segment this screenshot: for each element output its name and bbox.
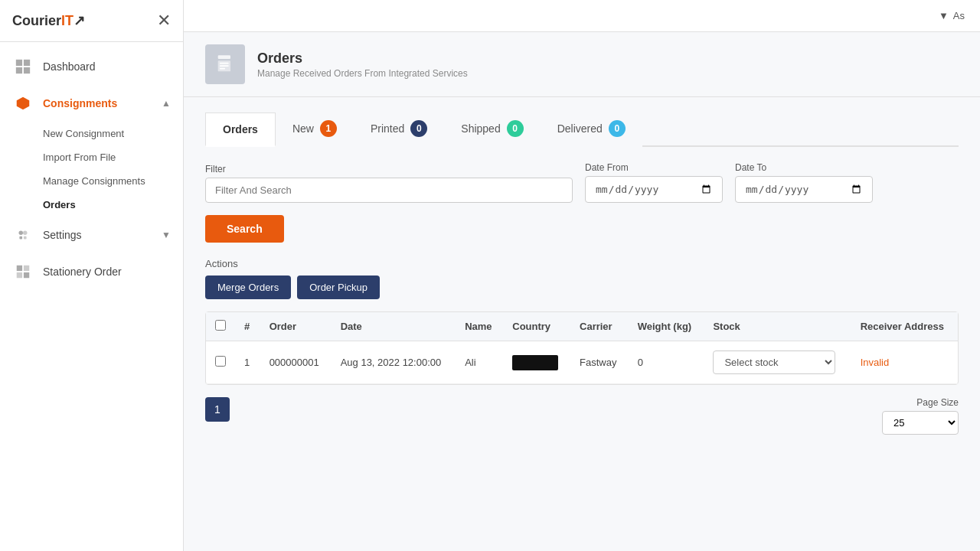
sidebar-item-consignments[interactable]: Consignments ▲ — [0, 85, 183, 122]
page-size-label: Page Size — [916, 397, 959, 408]
table-col-stock: Stock — [704, 312, 851, 341]
search-button[interactable]: Search — [205, 215, 284, 243]
row-checkbox-cell — [206, 341, 235, 384]
svg-rect-3 — [24, 67, 30, 73]
settings-icon — [12, 224, 34, 246]
page-title: Orders — [257, 51, 468, 67]
orders-table: # Order Date Name Country Carrier Weight… — [206, 312, 958, 384]
svg-rect-8 — [17, 266, 22, 271]
sidebar-item-import-from-file[interactable]: Import From File — [43, 145, 183, 169]
table-row: 1 000000001 Aug 13, 2022 12:00:00 Ali Fa… — [206, 341, 958, 384]
sidebar-item-settings-label: Settings — [43, 229, 152, 241]
page-subtitle: Manage Received Orders From Integrated S… — [257, 68, 468, 79]
page-header: Orders Manage Received Orders From Integ… — [184, 32, 980, 97]
sidebar-item-orders[interactable]: Orders — [43, 193, 183, 217]
sidebar-item-settings[interactable]: Settings ▼ — [0, 217, 183, 253]
page-header-text: Orders Manage Received Orders From Integ… — [257, 51, 468, 79]
pagination-area: 1 Page Size 25 50 100 — [205, 397, 959, 435]
table-col-receiver: Receiver Address — [851, 312, 958, 341]
svg-rect-9 — [24, 266, 29, 271]
date-to-input[interactable] — [735, 176, 873, 203]
svg-rect-16 — [220, 68, 225, 70]
topbar: ▼ As — [184, 0, 980, 32]
content-area: Orders New 1 Printed 0 Shipped 0 Deliver… — [184, 97, 980, 551]
tab-delivered[interactable]: Delivered 0 — [541, 112, 642, 147]
select-all-checkbox[interactable] — [215, 320, 226, 331]
chevron-down-icon: ▼ — [162, 230, 171, 240]
svg-rect-0 — [16, 60, 22, 66]
tab-orders[interactable]: Orders — [205, 112, 276, 147]
tab-new[interactable]: New 1 — [276, 112, 354, 147]
svg-rect-1 — [24, 60, 30, 66]
row-date: Aug 13, 2022 12:00:00 — [332, 341, 456, 384]
filter-input[interactable] — [205, 178, 573, 203]
actions-label: Actions — [205, 258, 959, 269]
sidebar-logo: CourierIT↗ ✕ — [0, 0, 183, 42]
sidebar-item-dashboard[interactable]: Dashboard — [0, 48, 183, 85]
svg-rect-6 — [19, 236, 22, 240]
filter-group-date-to: Date To — [735, 162, 873, 203]
filter-label: Filter — [205, 164, 573, 174]
logo-suffix: IT — [61, 13, 74, 28]
consignments-icon — [12, 93, 34, 114]
page-size-group: Page Size 25 50 100 — [882, 397, 959, 435]
merge-orders-button[interactable]: Merge Orders — [205, 276, 291, 299]
row-carrier: Fastway — [570, 341, 629, 384]
row-stock-cell: Select stock — [704, 341, 851, 384]
table-col-weight: Weight (kg) — [629, 312, 704, 341]
row-order: 000000001 — [260, 341, 332, 384]
table-col-order: Order — [260, 312, 332, 341]
sidebar-item-new-consignment[interactable]: New Consignment — [43, 122, 183, 145]
tab-delivered-badge: 0 — [609, 120, 626, 137]
date-from-label: Date From — [585, 162, 723, 173]
sidebar-item-dashboard-label: Dashboard — [43, 60, 171, 73]
tab-shipped[interactable]: Shipped 0 — [444, 112, 540, 147]
page-size-select[interactable]: 25 50 100 — [882, 411, 959, 435]
filter-section: Filter Date From Date To Search — [205, 162, 959, 243]
svg-rect-2 — [16, 67, 22, 73]
sidebar-item-manage-consignments[interactable]: Manage Consignments — [43, 169, 183, 193]
row-num: 1 — [235, 341, 260, 384]
tab-delivered-label: Delivered — [557, 122, 603, 135]
table-col-country: Country — [503, 312, 570, 341]
page-1-button[interactable]: 1 — [205, 397, 230, 422]
row-receiver-address: Invalid — [851, 341, 958, 384]
table-col-num: # — [235, 312, 260, 341]
sidebar-nav: Dashboard Consignments ▲ New Consignment… — [0, 42, 183, 551]
tab-new-label: New — [292, 122, 314, 135]
filter-group-main: Filter — [205, 164, 573, 203]
table-col-date: Date — [332, 312, 456, 341]
sidebar-item-stationery-label: Stationery Order — [43, 266, 171, 278]
actions-buttons: Merge Orders Order Pickup — [205, 276, 959, 299]
tab-new-badge: 1 — [320, 120, 337, 137]
tab-printed[interactable]: Printed 0 — [354, 112, 444, 147]
topbar-user: ▼ As — [939, 10, 965, 21]
actions-section: Actions Merge Orders Order Pickup — [205, 258, 959, 299]
date-from-input[interactable] — [585, 176, 723, 203]
orders-page-icon — [205, 44, 245, 84]
svg-rect-10 — [17, 272, 22, 278]
svg-rect-11 — [24, 272, 29, 278]
row-country — [503, 341, 570, 384]
order-pickup-button[interactable]: Order Pickup — [297, 276, 380, 299]
table-header-checkbox — [206, 312, 235, 341]
stock-select[interactable]: Select stock — [713, 350, 835, 374]
sidebar-item-consignments-label: Consignments — [43, 97, 152, 109]
consignments-submenu: New Consignment Import From File Manage … — [0, 122, 183, 217]
svg-point-5 — [23, 231, 28, 236]
row-weight: 0 — [629, 341, 704, 384]
chevron-up-icon: ▲ — [162, 98, 171, 109]
sidebar-item-stationery[interactable]: Stationery Order — [0, 253, 183, 290]
row-name: Ali — [456, 341, 503, 384]
svg-rect-12 — [218, 55, 230, 59]
table-col-name: Name — [456, 312, 503, 341]
date-to-label: Date To — [735, 162, 873, 173]
orders-table-container: # Order Date Name Country Carrier Weight… — [205, 311, 959, 385]
filter-group-date-from: Date From — [585, 162, 723, 203]
tab-printed-label: Printed — [371, 122, 404, 135]
row-checkbox[interactable] — [215, 356, 226, 367]
close-icon[interactable]: ✕ — [157, 11, 171, 31]
main-content: ▼ As Orders Manage Received Orders From … — [184, 0, 980, 551]
svg-rect-14 — [220, 63, 229, 64]
app-logo: CourierIT↗ — [12, 12, 85, 29]
